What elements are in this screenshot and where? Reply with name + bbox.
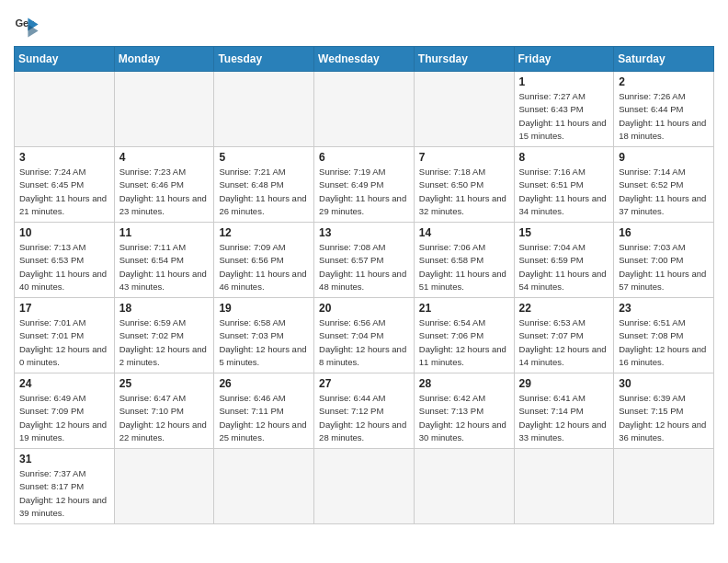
calendar-header-wednesday: Wednesday <box>314 47 415 72</box>
day-info: Sunrise: 6:44 AM Sunset: 7:12 PM Dayligh… <box>319 392 409 444</box>
calendar-cell <box>214 72 314 147</box>
day-number: 15 <box>519 226 609 239</box>
calendar-week-4: 17Sunrise: 7:01 AM Sunset: 7:01 PM Dayli… <box>15 298 714 373</box>
day-info: Sunrise: 6:53 AM Sunset: 7:07 PM Dayligh… <box>519 316 609 369</box>
calendar-cell: 8Sunrise: 7:16 AM Sunset: 6:51 PM Daylig… <box>514 147 614 223</box>
day-info: Sunrise: 7:09 AM Sunset: 6:56 PM Dayligh… <box>219 241 309 293</box>
day-number: 22 <box>519 302 609 315</box>
day-number: 28 <box>419 377 509 390</box>
calendar-cell: 10Sunrise: 7:13 AM Sunset: 6:53 PM Dayli… <box>15 223 115 298</box>
day-number: 21 <box>419 302 509 315</box>
day-number: 5 <box>219 151 309 164</box>
calendar-header-tuesday: Tuesday <box>214 47 314 72</box>
day-info: Sunrise: 7:13 AM Sunset: 6:53 PM Dayligh… <box>19 241 109 293</box>
calendar-week-2: 3Sunrise: 7:24 AM Sunset: 6:45 PM Daylig… <box>15 147 714 223</box>
calendar-cell: 31Sunrise: 7:37 AM Sunset: 8:17 PM Dayli… <box>15 449 115 524</box>
calendar-cell: 18Sunrise: 6:59 AM Sunset: 7:02 PM Dayli… <box>114 298 214 373</box>
day-info: Sunrise: 6:56 AM Sunset: 7:04 PM Dayligh… <box>319 316 409 369</box>
day-number: 8 <box>519 151 609 164</box>
calendar-cell: 20Sunrise: 6:56 AM Sunset: 7:04 PM Dayli… <box>314 298 415 373</box>
calendar-cell: 4Sunrise: 7:23 AM Sunset: 6:46 PM Daylig… <box>114 147 214 223</box>
day-info: Sunrise: 6:49 AM Sunset: 7:09 PM Dayligh… <box>19 392 109 444</box>
calendar-cell: 22Sunrise: 6:53 AM Sunset: 7:07 PM Dayli… <box>514 298 614 373</box>
day-info: Sunrise: 6:41 AM Sunset: 7:14 PM Dayligh… <box>519 392 609 444</box>
day-info: Sunrise: 7:37 AM Sunset: 8:17 PM Dayligh… <box>19 467 109 520</box>
calendar-cell: 13Sunrise: 7:08 AM Sunset: 6:57 PM Dayli… <box>314 223 415 298</box>
day-info: Sunrise: 6:51 AM Sunset: 7:08 PM Dayligh… <box>619 316 709 369</box>
calendar-cell: 23Sunrise: 6:51 AM Sunset: 7:08 PM Dayli… <box>614 298 714 373</box>
day-info: Sunrise: 7:16 AM Sunset: 6:51 PM Dayligh… <box>519 166 609 218</box>
calendar-cell <box>514 449 614 524</box>
calendar-cell: 25Sunrise: 6:47 AM Sunset: 7:10 PM Dayli… <box>114 373 214 449</box>
day-number: 23 <box>619 302 709 315</box>
calendar-header-saturday: Saturday <box>614 47 714 72</box>
day-number: 17 <box>19 302 109 315</box>
calendar-cell: 15Sunrise: 7:04 AM Sunset: 6:59 PM Dayli… <box>514 223 614 298</box>
calendar-cell: 11Sunrise: 7:11 AM Sunset: 6:54 PM Dayli… <box>114 223 214 298</box>
day-info: Sunrise: 7:27 AM Sunset: 6:43 PM Dayligh… <box>519 90 609 143</box>
calendar-header-thursday: Thursday <box>414 47 514 72</box>
day-info: Sunrise: 6:54 AM Sunset: 7:06 PM Dayligh… <box>419 316 509 369</box>
calendar-cell: 9Sunrise: 7:14 AM Sunset: 6:52 PM Daylig… <box>614 147 714 223</box>
calendar-cell: 28Sunrise: 6:42 AM Sunset: 7:13 PM Dayli… <box>414 373 514 449</box>
day-info: Sunrise: 6:59 AM Sunset: 7:02 PM Dayligh… <box>119 316 210 369</box>
day-number: 10 <box>19 226 109 239</box>
header: Gen <box>14 9 714 39</box>
calendar-cell <box>114 449 214 524</box>
day-info: Sunrise: 7:18 AM Sunset: 6:50 PM Dayligh… <box>419 166 509 218</box>
calendar-week-6: 31Sunrise: 7:37 AM Sunset: 8:17 PM Dayli… <box>15 449 714 524</box>
calendar-cell <box>214 449 314 524</box>
day-number: 29 <box>519 377 609 390</box>
day-info: Sunrise: 7:14 AM Sunset: 6:52 PM Dayligh… <box>619 166 709 218</box>
calendar-cell: 7Sunrise: 7:18 AM Sunset: 6:50 PM Daylig… <box>414 147 514 223</box>
day-info: Sunrise: 7:01 AM Sunset: 7:01 PM Dayligh… <box>19 316 109 369</box>
day-number: 3 <box>19 151 109 164</box>
day-number: 25 <box>119 377 210 390</box>
calendar-cell: 17Sunrise: 7:01 AM Sunset: 7:01 PM Dayli… <box>15 298 115 373</box>
day-number: 26 <box>219 377 309 390</box>
day-number: 13 <box>319 226 409 239</box>
day-info: Sunrise: 7:19 AM Sunset: 6:49 PM Dayligh… <box>319 166 409 218</box>
day-number: 7 <box>419 151 509 164</box>
day-number: 30 <box>619 377 709 390</box>
day-number: 12 <box>219 226 309 239</box>
day-info: Sunrise: 6:39 AM Sunset: 7:15 PM Dayligh… <box>619 392 709 444</box>
calendar-week-1: 1Sunrise: 7:27 AM Sunset: 6:43 PM Daylig… <box>15 72 714 147</box>
calendar-cell: 6Sunrise: 7:19 AM Sunset: 6:49 PM Daylig… <box>314 147 415 223</box>
day-info: Sunrise: 7:23 AM Sunset: 6:46 PM Dayligh… <box>119 166 210 218</box>
day-number: 14 <box>419 226 509 239</box>
day-number: 16 <box>619 226 709 239</box>
calendar-week-5: 24Sunrise: 6:49 AM Sunset: 7:09 PM Dayli… <box>15 373 714 449</box>
calendar-cell: 26Sunrise: 6:46 AM Sunset: 7:11 PM Dayli… <box>214 373 314 449</box>
logo: Gen <box>14 13 43 39</box>
calendar-cell: 29Sunrise: 6:41 AM Sunset: 7:14 PM Dayli… <box>514 373 614 449</box>
day-number: 18 <box>119 302 210 315</box>
day-info: Sunrise: 6:46 AM Sunset: 7:11 PM Dayligh… <box>219 392 309 444</box>
calendar-header-friday: Friday <box>514 47 614 72</box>
day-number: 19 <box>219 302 309 315</box>
calendar-cell: 5Sunrise: 7:21 AM Sunset: 6:48 PM Daylig… <box>214 147 314 223</box>
day-number: 4 <box>119 151 210 164</box>
day-info: Sunrise: 6:42 AM Sunset: 7:13 PM Dayligh… <box>419 392 509 444</box>
calendar-cell <box>314 72 415 147</box>
logo-icon: Gen <box>14 13 40 39</box>
day-number: 2 <box>619 75 709 88</box>
day-info: Sunrise: 7:26 AM Sunset: 6:44 PM Dayligh… <box>619 90 709 143</box>
calendar-cell: 21Sunrise: 6:54 AM Sunset: 7:06 PM Dayli… <box>414 298 514 373</box>
calendar-cell <box>414 449 514 524</box>
calendar-cell: 3Sunrise: 7:24 AM Sunset: 6:45 PM Daylig… <box>15 147 115 223</box>
day-number: 27 <box>319 377 409 390</box>
day-info: Sunrise: 7:06 AM Sunset: 6:58 PM Dayligh… <box>419 241 509 293</box>
calendar-cell <box>414 72 514 147</box>
day-info: Sunrise: 7:08 AM Sunset: 6:57 PM Dayligh… <box>319 241 409 293</box>
day-number: 11 <box>119 226 210 239</box>
calendar-cell: 30Sunrise: 6:39 AM Sunset: 7:15 PM Dayli… <box>614 373 714 449</box>
calendar-header-sunday: Sunday <box>15 47 115 72</box>
day-number: 24 <box>19 377 109 390</box>
day-number: 6 <box>319 151 409 164</box>
calendar-cell: 12Sunrise: 7:09 AM Sunset: 6:56 PM Dayli… <box>214 223 314 298</box>
day-info: Sunrise: 7:11 AM Sunset: 6:54 PM Dayligh… <box>119 241 210 293</box>
calendar-cell <box>15 72 115 147</box>
calendar-cell <box>614 449 714 524</box>
calendar-cell <box>114 72 214 147</box>
